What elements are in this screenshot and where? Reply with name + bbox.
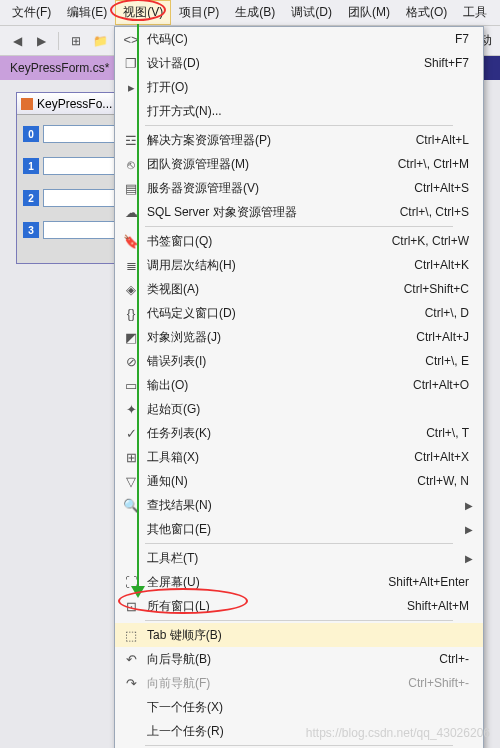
menu-item-shortcut: Ctrl+Alt+J bbox=[416, 330, 477, 344]
view-menu-dropdown: <>代码(C)F7❐设计器(D)Shift+F7▸打开(O)打开方式(N)...… bbox=[114, 26, 484, 748]
menu-item[interactable]: ◩对象浏览器(J)Ctrl+Alt+J bbox=[115, 325, 483, 349]
menu-item-label: 书签窗口(Q) bbox=[141, 233, 392, 250]
menu-item-shortcut: Shift+F7 bbox=[424, 56, 477, 70]
menu-project[interactable]: 项目(P) bbox=[171, 0, 227, 25]
menu-item-label: 其他窗口(E) bbox=[141, 521, 465, 538]
menu-item[interactable]: ⊞工具箱(X)Ctrl+Alt+X bbox=[115, 445, 483, 469]
menu-item-label: 查找结果(N) bbox=[141, 497, 465, 514]
menu-item-icon: ⬚ bbox=[121, 628, 141, 643]
menu-item-label: 工具箱(X) bbox=[141, 449, 414, 466]
menu-item[interactable]: ◈类视图(A)Ctrl+Shift+C bbox=[115, 277, 483, 301]
menu-item-label: 代码(C) bbox=[141, 31, 455, 48]
menu-item-label: 设计器(D) bbox=[141, 55, 424, 72]
menu-debug[interactable]: 调试(D) bbox=[283, 0, 340, 25]
menu-item[interactable]: ✦起始页(G) bbox=[115, 397, 483, 421]
tab-index-2: 2 bbox=[23, 190, 39, 206]
menu-item-shortcut: Ctrl+Alt+O bbox=[413, 378, 477, 392]
menu-item-icon: ↶ bbox=[121, 652, 141, 667]
menu-item[interactable]: 下一个任务(X) bbox=[115, 695, 483, 719]
menu-item-icon: ▤ bbox=[121, 181, 141, 196]
menu-item-icon: ✦ bbox=[121, 402, 141, 417]
menu-item-shortcut: Ctrl+Alt+S bbox=[414, 181, 477, 195]
menu-item-label: 下一个任务(X) bbox=[141, 699, 469, 716]
menu-item-icon: ▸ bbox=[121, 80, 141, 95]
menu-item-icon: ▽ bbox=[121, 474, 141, 489]
menu-item-shortcut: Ctrl+Alt+X bbox=[414, 450, 477, 464]
menu-item-label: 打开方式(N)... bbox=[141, 103, 469, 120]
menu-separator bbox=[145, 125, 453, 126]
menu-item-shortcut: Ctrl+\, T bbox=[426, 426, 477, 440]
menu-item-icon: ✓ bbox=[121, 426, 141, 441]
menu-item-label: SQL Server 对象资源管理器 bbox=[141, 204, 400, 221]
back-icon[interactable]: ◀ bbox=[8, 32, 26, 50]
menu-item-shortcut: Ctrl+\, D bbox=[425, 306, 477, 320]
menu-item-icon: <> bbox=[121, 32, 141, 47]
menu-item-icon: ⛶ bbox=[121, 575, 141, 590]
menu-format[interactable]: 格式(O) bbox=[398, 0, 455, 25]
menu-item[interactable]: ▽通知(N)Ctrl+W, N bbox=[115, 469, 483, 493]
menu-item-shortcut: Ctrl+Alt+L bbox=[416, 133, 477, 147]
menu-item-shortcut: Ctrl+K, Ctrl+W bbox=[392, 234, 477, 248]
folder-icon[interactable]: 📁 bbox=[91, 32, 109, 50]
menu-item-label: 代码定义窗口(D) bbox=[141, 305, 425, 322]
menu-item[interactable]: <>代码(C)F7 bbox=[115, 27, 483, 51]
menu-item[interactable]: ☁SQL Server 对象资源管理器Ctrl+\, Ctrl+S bbox=[115, 200, 483, 224]
menu-item-label: 解决方案资源管理器(P) bbox=[141, 132, 416, 149]
menu-item[interactable]: ▤服务器资源管理器(V)Ctrl+Alt+S bbox=[115, 176, 483, 200]
menu-build[interactable]: 生成(B) bbox=[227, 0, 283, 25]
menu-item[interactable]: 打开方式(N)... bbox=[115, 99, 483, 123]
menu-item-label: Tab 键顺序(B) bbox=[141, 627, 469, 644]
menu-item[interactable]: ❐设计器(D)Shift+F7 bbox=[115, 51, 483, 75]
menu-item-shortcut: Ctrl+Shift+- bbox=[408, 676, 477, 690]
menu-item[interactable]: ≣调用层次结构(H)Ctrl+Alt+K bbox=[115, 253, 483, 277]
menu-item-icon: ❐ bbox=[121, 56, 141, 71]
menu-item-icon: ◩ bbox=[121, 330, 141, 345]
menu-item[interactable]: ☲解决方案资源管理器(P)Ctrl+Alt+L bbox=[115, 128, 483, 152]
menubar: 文件(F) 编辑(E) 视图(V) 项目(P) 生成(B) 调试(D) 团队(M… bbox=[0, 0, 500, 26]
menu-item-icon: {} bbox=[121, 306, 141, 321]
menu-item-icon: ⊡ bbox=[121, 599, 141, 614]
forward-icon[interactable]: ▶ bbox=[32, 32, 50, 50]
menu-item[interactable]: ⎋团队资源管理器(M)Ctrl+\, Ctrl+M bbox=[115, 152, 483, 176]
menu-item-shortcut: Ctrl+- bbox=[439, 652, 477, 666]
menu-item-icon: ≣ bbox=[121, 258, 141, 273]
menu-separator bbox=[145, 620, 453, 621]
menu-item[interactable]: ✓任务列表(K)Ctrl+\, T bbox=[115, 421, 483, 445]
tab-index-1: 1 bbox=[23, 158, 39, 174]
menu-item[interactable]: ⊘错误列表(I)Ctrl+\, E bbox=[115, 349, 483, 373]
menu-item[interactable]: 工具栏(T)▶ bbox=[115, 546, 483, 570]
menu-item[interactable]: ▭输出(O)Ctrl+Alt+O bbox=[115, 373, 483, 397]
menu-item-label: 向前导航(F) bbox=[141, 675, 408, 692]
menu-item[interactable]: ⊡所有窗口(L)Shift+Alt+M bbox=[115, 594, 483, 618]
menu-item-shortcut: Ctrl+W, N bbox=[417, 474, 477, 488]
menu-item[interactable]: ⬚Tab 键顺序(B) bbox=[115, 623, 483, 647]
menu-edit[interactable]: 编辑(E) bbox=[59, 0, 115, 25]
menu-item-icon: ⊘ bbox=[121, 354, 141, 369]
menu-item[interactable]: ▸打开(O) bbox=[115, 75, 483, 99]
menu-item-label: 通知(N) bbox=[141, 473, 417, 490]
menu-item: ↷向前导航(F)Ctrl+Shift+- bbox=[115, 671, 483, 695]
separator bbox=[58, 32, 59, 50]
new-icon[interactable]: ⊞ bbox=[67, 32, 85, 50]
menu-item-label: 类视图(A) bbox=[141, 281, 404, 298]
menu-item-label: 输出(O) bbox=[141, 377, 413, 394]
menu-view[interactable]: 视图(V) bbox=[115, 0, 171, 25]
menu-item[interactable]: 🔍查找结果(N)▶ bbox=[115, 493, 483, 517]
menu-item[interactable]: 🔖书签窗口(Q)Ctrl+K, Ctrl+W bbox=[115, 229, 483, 253]
menu-item[interactable]: 其他窗口(E)▶ bbox=[115, 517, 483, 541]
menu-item[interactable]: 上一个任务(R) bbox=[115, 719, 483, 743]
menu-tools[interactable]: 工具 bbox=[455, 0, 495, 25]
menu-file[interactable]: 文件(F) bbox=[4, 0, 59, 25]
menu-item-shortcut: Ctrl+Shift+C bbox=[404, 282, 477, 296]
menu-item-shortcut: Shift+Alt+Enter bbox=[388, 575, 477, 589]
menu-separator bbox=[145, 745, 453, 746]
menu-team[interactable]: 团队(M) bbox=[340, 0, 398, 25]
menu-item-icon: ☁ bbox=[121, 205, 141, 220]
menu-item-label: 调用层次结构(H) bbox=[141, 257, 414, 274]
tab-index-3: 3 bbox=[23, 222, 39, 238]
menu-item[interactable]: {}代码定义窗口(D)Ctrl+\, D bbox=[115, 301, 483, 325]
menu-item-label: 打开(O) bbox=[141, 79, 469, 96]
menu-item[interactable]: ⛶全屏幕(U)Shift+Alt+Enter bbox=[115, 570, 483, 594]
menu-item-icon: ⎋ bbox=[121, 157, 141, 172]
menu-item[interactable]: ↶向后导航(B)Ctrl+- bbox=[115, 647, 483, 671]
